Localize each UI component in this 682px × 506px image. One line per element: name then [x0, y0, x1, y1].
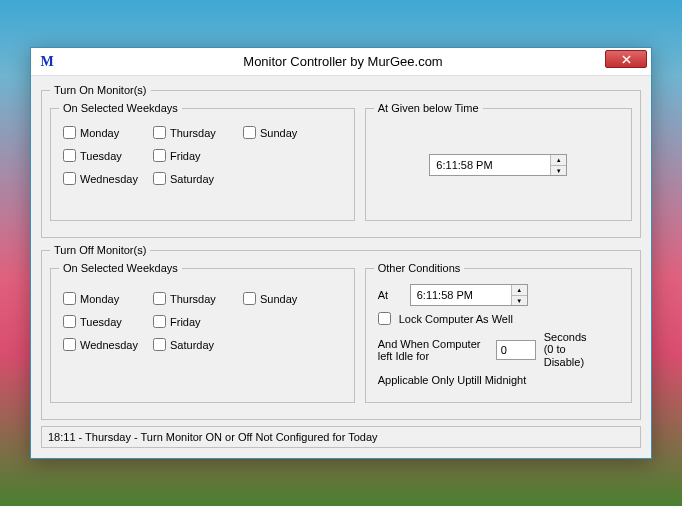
off-friday-checkbox[interactable]: Friday [153, 315, 243, 328]
turn-on-time-input[interactable] [430, 155, 550, 175]
close-icon [622, 55, 631, 64]
off-tuesday-label: Tuesday [80, 316, 122, 328]
seconds-label: Seconds (0 to Disable) [544, 331, 599, 367]
off-sunday-checkbox[interactable]: Sunday [243, 292, 323, 305]
applicable-label: Applicable Only Uptill Midnight [378, 374, 527, 386]
on-sunday-label: Sunday [260, 127, 297, 139]
on-tuesday-label: Tuesday [80, 150, 122, 162]
close-button[interactable] [605, 50, 647, 68]
turn-off-time-input[interactable] [411, 285, 511, 305]
on-wednesday-checkbox[interactable]: Wednesday [63, 172, 153, 185]
on-monday-checkbox[interactable]: Monday [63, 126, 153, 139]
turn-on-weekdays-legend: On Selected Weekdays [59, 102, 182, 114]
on-friday-checkbox[interactable]: Friday [153, 149, 243, 162]
turn-off-weekdays-group: On Selected Weekdays Monday Thursday Sun… [50, 262, 355, 402]
turn-on-time-group: At Given below Time ▲ ▼ [365, 102, 632, 221]
turn-off-time-down[interactable]: ▼ [512, 296, 527, 306]
lock-computer-label: Lock Computer As Well [399, 313, 513, 325]
app-window: M Monitor Controller by MurGee.com Turn … [30, 47, 652, 458]
turn-off-time-spinner[interactable]: ▲ ▼ [410, 284, 528, 306]
other-conditions-legend: Other Conditions [374, 262, 465, 274]
other-conditions-group: Other Conditions At ▲ ▼ [365, 262, 632, 402]
on-monday-label: Monday [80, 127, 119, 139]
on-friday-label: Friday [170, 150, 201, 162]
off-saturday-label: Saturday [170, 339, 214, 351]
app-icon: M [39, 54, 55, 70]
on-tuesday-checkbox[interactable]: Tuesday [63, 149, 153, 162]
turn-on-group: Turn On Monitor(s) On Selected Weekdays … [41, 84, 641, 238]
off-sunday-label: Sunday [260, 293, 297, 305]
turn-off-time-up[interactable]: ▲ [512, 285, 527, 296]
on-wednesday-label: Wednesday [80, 173, 138, 185]
off-monday-checkbox[interactable]: Monday [63, 292, 153, 305]
off-thursday-checkbox[interactable]: Thursday [153, 292, 243, 305]
on-saturday-label: Saturday [170, 173, 214, 185]
off-tuesday-checkbox[interactable]: Tuesday [63, 315, 153, 328]
on-thursday-label: Thursday [170, 127, 216, 139]
off-wednesday-checkbox[interactable]: Wednesday [63, 338, 153, 351]
on-thursday-checkbox[interactable]: Thursday [153, 126, 243, 139]
turn-off-group: Turn Off Monitor(s) On Selected Weekdays… [41, 244, 641, 419]
off-friday-label: Friday [170, 316, 201, 328]
off-wednesday-label: Wednesday [80, 339, 138, 351]
on-sunday-checkbox[interactable]: Sunday [243, 126, 323, 139]
titlebar[interactable]: M Monitor Controller by MurGee.com [31, 48, 651, 76]
status-bar: 18:11 - Thursday - Turn Monitor ON or Of… [41, 426, 641, 448]
idle-seconds-input[interactable] [496, 340, 536, 360]
idle-label: And When Computer left Idle for [378, 338, 488, 362]
at-label: At [378, 289, 402, 301]
off-saturday-checkbox[interactable]: Saturday [153, 338, 243, 351]
turn-on-legend: Turn On Monitor(s) [50, 84, 151, 96]
window-title: Monitor Controller by MurGee.com [55, 54, 651, 69]
turn-on-time-legend: At Given below Time [374, 102, 483, 114]
turn-on-time-spinner[interactable]: ▲ ▼ [429, 154, 567, 176]
turn-off-legend: Turn Off Monitor(s) [50, 244, 150, 256]
off-monday-label: Monday [80, 293, 119, 305]
off-thursday-label: Thursday [170, 293, 216, 305]
turn-on-weekdays-group: On Selected Weekdays Monday Thursday Sun… [50, 102, 355, 221]
turn-on-time-down[interactable]: ▼ [551, 166, 566, 176]
content-area: Turn On Monitor(s) On Selected Weekdays … [31, 76, 651, 457]
turn-on-time-up[interactable]: ▲ [551, 155, 566, 166]
turn-off-weekdays-legend: On Selected Weekdays [59, 262, 182, 274]
lock-computer-checkbox[interactable]: Lock Computer As Well [378, 312, 619, 325]
on-saturday-checkbox[interactable]: Saturday [153, 172, 243, 185]
